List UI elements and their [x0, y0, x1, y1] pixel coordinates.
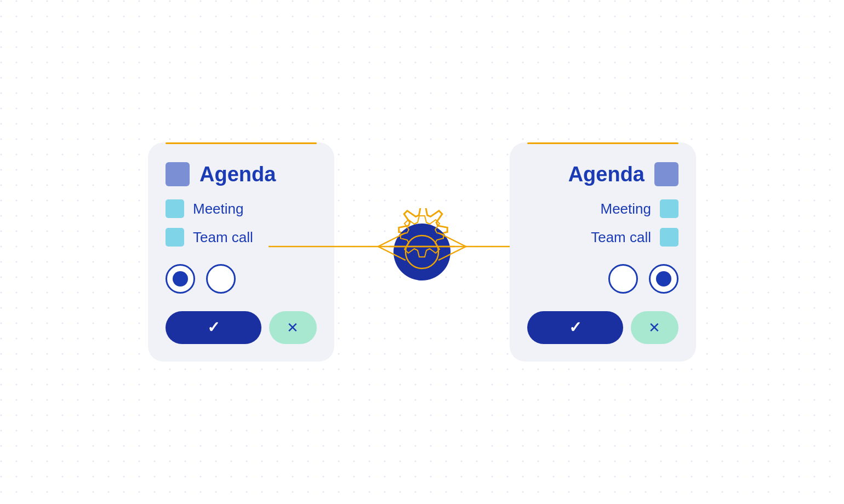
left-meeting-label: Meeting	[193, 201, 244, 217]
left-meeting-item: Meeting	[166, 199, 317, 218]
left-confirm-button[interactable]: ✓	[166, 311, 261, 344]
right-teamcall-icon	[660, 228, 678, 247]
left-radio-selected[interactable]	[166, 264, 195, 294]
left-cancel-button[interactable]: ✕	[269, 311, 317, 344]
right-meeting-item: Meeting	[527, 199, 678, 218]
right-meeting-label: Meeting	[601, 201, 652, 217]
right-card-top-line	[527, 142, 678, 144]
left-action-row: ✓ ✕	[166, 311, 317, 344]
left-cancel-icon: ✕	[287, 320, 299, 335]
right-radio-unselected[interactable]	[608, 264, 638, 294]
right-cancel-icon: ✕	[648, 320, 660, 335]
main-scene: Agenda Meeting Team call ✓ ✕	[148, 142, 696, 362]
left-agenda-icon	[166, 162, 190, 186]
right-action-row: ✕ ✓	[527, 311, 678, 344]
right-agenda-title: Agenda	[568, 163, 645, 186]
right-agenda-icon	[654, 162, 678, 186]
left-teamcall-icon	[166, 228, 184, 247]
center-area	[367, 170, 477, 334]
left-card-top-line	[166, 142, 317, 144]
left-agenda-title: Agenda	[199, 163, 276, 186]
right-card: Agenda Meeting Team call ✕ ✓	[510, 142, 696, 362]
left-radio-unselected[interactable]	[206, 264, 236, 294]
right-agenda-row: Agenda	[527, 162, 678, 186]
right-radio-row	[527, 264, 678, 294]
right-radio-selected[interactable]	[649, 264, 678, 294]
left-teamcall-label: Team call	[193, 229, 253, 246]
left-meeting-icon	[166, 199, 184, 218]
right-teamcall-item: Team call	[527, 228, 678, 247]
right-meeting-icon	[660, 199, 678, 218]
right-cancel-button[interactable]: ✕	[631, 311, 678, 344]
right-checkmark-icon: ✓	[569, 320, 581, 335]
left-agenda-row: Agenda	[166, 162, 317, 186]
right-teamcall-label: Team call	[591, 229, 651, 246]
left-checkmark-icon: ✓	[207, 320, 220, 335]
right-confirm-button[interactable]: ✓	[527, 311, 623, 344]
